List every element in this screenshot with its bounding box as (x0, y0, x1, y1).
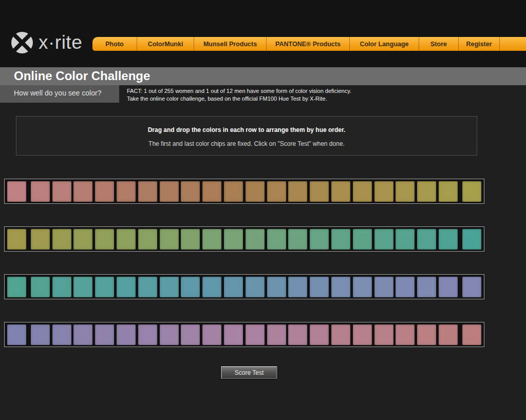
color-chip[interactable] (331, 277, 350, 297)
site-header: x·rite Photo ColorMunki Munsell Products… (0, 0, 526, 67)
color-chip[interactable] (31, 277, 50, 297)
main-navigation: Photo ColorMunki Munsell Products PANTON… (92, 37, 526, 51)
color-chip-fixed (462, 277, 481, 297)
color-chip[interactable] (224, 324, 243, 345)
nav-filler (500, 37, 526, 51)
color-chip[interactable] (160, 324, 179, 345)
color-chip[interactable] (310, 324, 329, 345)
color-chip[interactable] (138, 324, 157, 345)
fact-line-2: Take the online color challenge, based o… (127, 95, 351, 103)
color-chip[interactable] (138, 277, 157, 297)
color-chip[interactable] (181, 277, 200, 297)
color-chip[interactable] (224, 181, 243, 202)
color-chip[interactable] (31, 229, 50, 250)
color-chip[interactable] (181, 324, 200, 345)
color-chip[interactable] (439, 324, 458, 345)
color-chip[interactable] (331, 324, 350, 345)
color-chip-fixed (7, 277, 26, 297)
color-chip[interactable] (246, 181, 265, 202)
color-chip[interactable] (95, 277, 114, 297)
color-chip[interactable] (202, 324, 221, 345)
fact-line-1: FACT: 1 out of 255 women and 1 out of 12… (127, 87, 351, 95)
color-chip[interactable] (117, 277, 136, 297)
color-chip[interactable] (374, 277, 393, 297)
color-chip[interactable] (353, 324, 372, 345)
color-chip[interactable] (202, 277, 221, 297)
nav-item-store[interactable]: Store (419, 37, 459, 51)
color-chip[interactable] (160, 229, 179, 250)
color-chip[interactable] (267, 324, 286, 345)
color-chip[interactable] (288, 324, 307, 345)
color-chip[interactable] (396, 181, 415, 202)
color-chip[interactable] (331, 181, 350, 202)
color-chip[interactable] (181, 229, 200, 250)
color-chip[interactable] (267, 277, 286, 297)
color-chip[interactable] (310, 229, 329, 250)
color-chip[interactable] (117, 229, 136, 250)
color-chip[interactable] (117, 181, 136, 202)
xrite-logo[interactable]: x·rite (10, 30, 82, 55)
color-chip[interactable] (73, 277, 92, 297)
color-chip[interactable] (117, 324, 136, 345)
color-chip[interactable] (224, 277, 243, 297)
color-chip[interactable] (374, 181, 393, 202)
color-chip[interactable] (73, 229, 92, 250)
color-chip[interactable] (224, 229, 243, 250)
instructions-bold-line: Drag and drop the colors in each row to … (16, 126, 477, 133)
color-chip[interactable] (353, 181, 372, 202)
color-chip[interactable] (396, 277, 415, 297)
color-chip[interactable] (417, 277, 436, 297)
nav-item-pantone-products[interactable]: PANTONE® Products (267, 37, 350, 51)
color-chip[interactable] (246, 229, 265, 250)
nav-item-munsell-products[interactable]: Munsell Products (194, 37, 267, 51)
color-chip[interactable] (246, 324, 265, 345)
nav-item-register[interactable]: Register (459, 37, 500, 51)
color-chip[interactable] (439, 277, 458, 297)
color-chip[interactable] (353, 229, 372, 250)
nav-item-photo[interactable]: Photo (92, 37, 137, 51)
color-chip[interactable] (310, 181, 329, 202)
color-chip[interactable] (73, 181, 92, 202)
color-chip[interactable] (181, 181, 200, 202)
nav-item-color-language[interactable]: Color Language (350, 37, 419, 51)
color-chip[interactable] (288, 229, 307, 250)
color-chip[interactable] (160, 181, 179, 202)
color-chip[interactable] (331, 229, 350, 250)
color-chip[interactable] (417, 229, 436, 250)
score-test-button[interactable]: Score Test (221, 366, 277, 379)
color-chip[interactable] (267, 181, 286, 202)
color-chip[interactable] (246, 277, 265, 297)
color-chip[interactable] (52, 181, 71, 202)
color-chip[interactable] (417, 324, 436, 345)
color-chip[interactable] (52, 277, 71, 297)
color-chip[interactable] (374, 229, 393, 250)
color-chip[interactable] (95, 324, 114, 345)
hue-row-4 (4, 322, 484, 347)
color-chip[interactable] (202, 181, 221, 202)
color-chip[interactable] (95, 181, 114, 202)
nav-item-colormunki[interactable]: ColorMunki (137, 37, 194, 51)
color-chip[interactable] (374, 324, 393, 345)
color-chip[interactable] (310, 277, 329, 297)
color-chip[interactable] (95, 229, 114, 250)
color-chip[interactable] (73, 324, 92, 345)
color-chip[interactable] (138, 229, 157, 250)
color-chip[interactable] (439, 181, 458, 202)
color-chip[interactable] (31, 324, 50, 345)
color-chip[interactable] (396, 229, 415, 250)
xrite-logo-text: x·rite (39, 31, 82, 54)
color-chip[interactable] (353, 277, 372, 297)
color-chip[interactable] (52, 324, 71, 345)
color-chip[interactable] (417, 181, 436, 202)
color-chip[interactable] (267, 229, 286, 250)
color-chip[interactable] (396, 324, 415, 345)
color-chip[interactable] (160, 277, 179, 297)
color-chip[interactable] (288, 277, 307, 297)
color-chip[interactable] (31, 181, 50, 202)
color-chip[interactable] (202, 229, 221, 250)
hue-row-2 (4, 226, 484, 252)
color-chip[interactable] (52, 229, 71, 250)
color-chip[interactable] (439, 229, 458, 250)
color-chip[interactable] (288, 181, 307, 202)
color-chip[interactable] (138, 181, 157, 202)
